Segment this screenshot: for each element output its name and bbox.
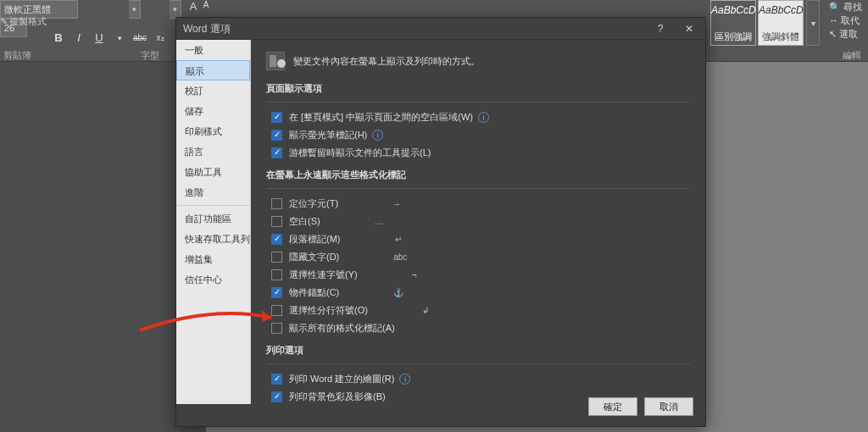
checkbox[interactable] xyxy=(271,391,282,402)
option-label: 空白(S) xyxy=(289,215,320,228)
option-label: 段落標記(M) xyxy=(289,233,341,246)
info-icon[interactable]: i xyxy=(399,374,410,385)
option-label: 物件錨點(C) xyxy=(289,286,339,299)
option-label: 定位字元(T) xyxy=(289,197,338,210)
style-gallery: AaBbCcD 區別強調 AaBbCcD 強調斜體 xyxy=(710,0,805,46)
mark-opts-row-2: 段落標記(M)↵ xyxy=(266,231,690,246)
mark-opts-row-7: 顯示所有的格式化標記(A) xyxy=(266,320,690,335)
format-symbol: abc xyxy=(393,252,419,262)
mark-opts-row-6: 選擇性分行符號(O)↲ xyxy=(266,302,690,318)
format-symbol: ⚓ xyxy=(393,288,419,297)
underline-dropdown-icon[interactable]: ▾ xyxy=(112,34,127,42)
sidebar-cat-11[interactable]: 信任中心 xyxy=(176,269,250,290)
sidebar-cat-4[interactable]: 印刷樣式 xyxy=(176,121,250,141)
checkbox[interactable] xyxy=(271,269,282,280)
checkbox[interactable] xyxy=(271,234,282,245)
mark-opts-row-1: 空白(S)… xyxy=(266,213,690,229)
options-content: 變更文件內容在螢幕上顯示及列印時的方式。 頁面顯示選項 在 [整頁模式] 中顯示… xyxy=(251,40,705,404)
font-shrink-button[interactable]: A xyxy=(200,0,212,9)
sidebar-cat-3[interactable]: 儲存 xyxy=(176,101,250,121)
replace-icon: ↔ xyxy=(829,15,838,25)
style-box-1[interactable]: AaBbCcD 區別強調 xyxy=(710,0,756,46)
option-label: 選擇性分行符號(O) xyxy=(289,304,368,317)
find-button[interactable]: 🔍尋找 xyxy=(829,0,862,14)
page-opts-row-0: 在 [整頁模式] 中顯示頁面之間的空白區域(W)i xyxy=(266,109,690,125)
option-label: 列印背景色彩及影像(B) xyxy=(289,390,386,403)
checkbox[interactable] xyxy=(271,323,282,334)
sidebar-cat-0[interactable]: 一般 xyxy=(176,40,250,60)
section-page-display: 頁面顯示選項 xyxy=(266,82,690,95)
font-size-dropdown-icon[interactable]: ▾ xyxy=(170,0,181,19)
sidebar-cat-10[interactable]: 增益集 xyxy=(176,249,250,269)
font-grow-button[interactable]: A xyxy=(185,0,202,13)
mark-opts-row-0: 定位字元(T)→ xyxy=(266,196,690,211)
info-icon[interactable]: i xyxy=(478,112,489,123)
subscript-button[interactable]: x₂ xyxy=(153,33,168,42)
edit-group: 🔍尋找 ↔取代 ↖選取 xyxy=(829,0,862,41)
underline-button[interactable]: U xyxy=(92,31,107,44)
group-label-font: 字型 xyxy=(141,49,159,62)
display-icon xyxy=(266,52,285,70)
sidebar-cat-1[interactable]: 顯示 xyxy=(176,60,250,80)
sidebar-cat-7[interactable]: 進階 xyxy=(176,182,250,202)
format-symbol: → xyxy=(392,199,418,208)
section-print: 列印選項 xyxy=(266,344,690,357)
help-button[interactable]: ? xyxy=(648,18,673,40)
content-headline: 變更文件內容在螢幕上顯示及列印時的方式。 xyxy=(266,52,690,70)
info-icon[interactable]: i xyxy=(372,130,383,141)
font-name-dropdown-icon[interactable]: ▾ xyxy=(129,0,141,19)
option-label: 列印 Word 建立的繪圖(R) xyxy=(289,373,394,385)
format-symbol: … xyxy=(375,217,400,226)
page-opts-row-2: 游標暫留時顯示文件的工具提示(L) xyxy=(266,145,690,160)
checkbox[interactable] xyxy=(271,147,282,158)
divider xyxy=(266,188,690,189)
divider xyxy=(266,363,690,364)
option-label: 顯示所有的格式化標記(A) xyxy=(289,322,395,335)
dialog-titlebar: Word 選項 ? ✕ xyxy=(176,18,705,40)
brush-icon: ✎ xyxy=(0,16,8,27)
sidebar-cat-8[interactable]: 自訂功能區 xyxy=(176,208,250,229)
checkbox[interactable] xyxy=(271,216,282,227)
checkbox[interactable] xyxy=(271,112,282,123)
dialog-buttons: 確定 取消 xyxy=(588,397,693,416)
copy-format-button[interactable]: ✎ 複製格式 xyxy=(0,15,47,28)
checkbox[interactable] xyxy=(271,374,282,385)
sidebar-cat-6[interactable]: 協助工具 xyxy=(176,162,250,182)
group-label-edit: 編輯 xyxy=(843,49,861,62)
checkbox[interactable] xyxy=(271,305,282,316)
checkbox[interactable] xyxy=(271,287,282,298)
format-symbol: ↲ xyxy=(422,306,448,315)
cancel-button[interactable]: 取消 xyxy=(644,397,693,416)
bold-button[interactable]: B xyxy=(51,31,66,44)
format-symbol: ¬ xyxy=(412,270,437,280)
close-button[interactable]: ✕ xyxy=(676,18,702,40)
checkbox[interactable] xyxy=(271,130,282,141)
sidebar-cat-2[interactable]: 校訂 xyxy=(176,80,250,101)
dialog-title: Word 選項 xyxy=(183,23,231,35)
replace-button[interactable]: ↔取代 xyxy=(829,14,862,27)
mark-opts-row-3: 隱藏文字(D)abc xyxy=(266,249,690,264)
sidebar-cat-9[interactable]: 快速存取工具列 xyxy=(176,229,250,249)
options-sidebar: 一般顯示校訂儲存印刷樣式語言協助工具進階自訂功能區快速存取工具列增益集信任中心 xyxy=(176,40,251,404)
word-options-dialog: Word 選項 ? ✕ 一般顯示校訂儲存印刷樣式語言協助工具進階自訂功能區快速存… xyxy=(175,17,706,427)
style-gallery-more-icon[interactable]: ▾ xyxy=(806,0,820,46)
select-button[interactable]: ↖選取 xyxy=(829,27,862,41)
italic-button[interactable]: I xyxy=(71,31,86,44)
cursor-icon: ↖ xyxy=(829,29,837,40)
ok-button[interactable]: 確定 xyxy=(588,397,637,416)
mark-opts-row-5: 物件錨點(C)⚓ xyxy=(266,285,690,300)
page-opts-row-1: 顯示螢光筆標記(H)i xyxy=(266,127,690,142)
strike-button[interactable]: abc xyxy=(132,33,147,42)
section-format-marks: 在螢幕上永遠顯示這些格式化標記 xyxy=(266,169,690,181)
sidebar-cat-5[interactable]: 語言 xyxy=(176,141,250,162)
group-label-clipboard: 剪貼簿 xyxy=(3,49,31,62)
print-opts-row-0: 列印 Word 建立的繪圖(R)i xyxy=(266,371,690,386)
checkbox[interactable] xyxy=(271,252,282,263)
option-label: 游標暫留時顯示文件的工具提示(L) xyxy=(289,147,431,159)
mark-opts-row-4: 選擇性連字號(Y)¬ xyxy=(266,267,690,282)
option-label: 隱藏文字(D) xyxy=(289,251,339,263)
format-symbol: ↵ xyxy=(395,235,420,244)
checkbox[interactable] xyxy=(271,198,282,209)
style-box-2[interactable]: AaBbCcD 強調斜體 xyxy=(758,0,804,46)
divider xyxy=(266,102,690,102)
